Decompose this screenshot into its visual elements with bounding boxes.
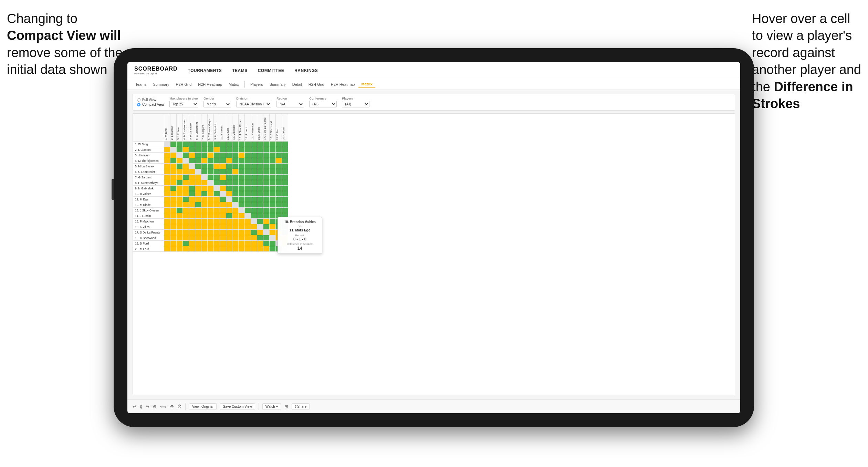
- matrix-cell[interactable]: [220, 246, 226, 252]
- matrix-cell[interactable]: [189, 224, 195, 230]
- matrix-cell[interactable]: [201, 246, 208, 252]
- matrix-cell[interactable]: [189, 186, 195, 191]
- matrix-cell[interactable]: [201, 180, 208, 186]
- matrix-cell[interactable]: [263, 169, 270, 175]
- matrix-cell[interactable]: [232, 164, 239, 169]
- matrix-cell[interactable]: [282, 180, 288, 186]
- matrix-cell[interactable]: [257, 169, 263, 175]
- matrix-cell[interactable]: [282, 202, 288, 208]
- matrix-cell[interactable]: [201, 147, 208, 153]
- matrix-cell[interactable]: [251, 191, 257, 197]
- matrix-cell[interactable]: [183, 202, 189, 208]
- matrix-cell[interactable]: [214, 230, 220, 235]
- matrix-cell[interactable]: [195, 246, 201, 252]
- matrix-cell[interactable]: [276, 191, 282, 197]
- matrix-cell[interactable]: [276, 180, 282, 186]
- subnav-teams[interactable]: Teams: [133, 81, 149, 88]
- matrix-cell[interactable]: [201, 175, 208, 180]
- matrix-cell[interactable]: [245, 180, 251, 186]
- matrix-cell[interactable]: [239, 153, 245, 158]
- matrix-cell[interactable]: [251, 246, 257, 252]
- matrix-cell[interactable]: [177, 169, 183, 175]
- matrix-cell[interactable]: [251, 158, 257, 164]
- matrix-cell[interactable]: [282, 169, 288, 175]
- matrix-cell[interactable]: [214, 158, 220, 164]
- matrix-cell[interactable]: [214, 208, 220, 213]
- nav-rankings[interactable]: RANKINGS: [294, 68, 318, 73]
- matrix-cell[interactable]: [189, 158, 195, 164]
- matrix-cell[interactable]: [208, 164, 214, 169]
- matrix-cell[interactable]: [245, 147, 251, 153]
- matrix-cell[interactable]: [189, 191, 195, 197]
- matrix-cell[interactable]: [208, 147, 214, 153]
- matrix-cell[interactable]: [251, 142, 257, 147]
- matrix-cell[interactable]: [189, 142, 195, 147]
- matrix-cell[interactable]: [170, 197, 177, 202]
- matrix-cell[interactable]: [208, 175, 214, 180]
- matrix-cell[interactable]: [251, 202, 257, 208]
- matrix-cell[interactable]: [276, 153, 282, 158]
- matrix-cell[interactable]: [270, 191, 276, 197]
- matrix-cell[interactable]: [208, 208, 214, 213]
- matrix-cell[interactable]: [226, 219, 232, 224]
- subnav-detail[interactable]: Detail: [290, 81, 305, 88]
- matrix-cell[interactable]: [263, 202, 270, 208]
- matrix-cell[interactable]: [208, 213, 214, 219]
- matrix-cell[interactable]: [257, 246, 263, 252]
- matrix-cell[interactable]: [183, 230, 189, 235]
- matrix-cell[interactable]: [226, 191, 232, 197]
- matrix-cell[interactable]: [270, 230, 276, 235]
- matrix-cell[interactable]: [245, 202, 251, 208]
- matrix-cell[interactable]: [257, 175, 263, 180]
- matrix-cell[interactable]: [220, 186, 226, 191]
- matrix-cell[interactable]: [232, 175, 239, 180]
- matrix-cell[interactable]: [232, 191, 239, 197]
- matrix-cell[interactable]: [263, 158, 270, 164]
- matrix-cell[interactable]: [208, 202, 214, 208]
- matrix-cell[interactable]: [276, 142, 282, 147]
- matrix-cell[interactable]: [245, 224, 251, 230]
- matrix-cell[interactable]: [201, 213, 208, 219]
- matrix-cell[interactable]: [220, 213, 226, 219]
- matrix-cell[interactable]: [232, 202, 239, 208]
- matrix-cell[interactable]: [257, 219, 263, 224]
- nav-committee[interactable]: COMMITTEE: [258, 68, 284, 73]
- save-custom-view-btn[interactable]: Save Custom View: [220, 403, 255, 410]
- matrix-cell[interactable]: [245, 235, 251, 241]
- matrix-cell[interactable]: [220, 224, 226, 230]
- matrix-cell[interactable]: [164, 147, 170, 153]
- matrix-cell[interactable]: [164, 246, 170, 252]
- matrix-cell[interactable]: [177, 213, 183, 219]
- matrix-cell[interactable]: [183, 246, 189, 252]
- matrix-cell[interactable]: [195, 175, 201, 180]
- matrix-cell[interactable]: [177, 142, 183, 147]
- matrix-cell[interactable]: [195, 191, 201, 197]
- matrix-cell[interactable]: [201, 158, 208, 164]
- region-select[interactable]: N/A: [276, 101, 304, 107]
- matrix-cell[interactable]: [201, 235, 208, 241]
- matrix-cell[interactable]: [177, 147, 183, 153]
- matrix-cell[interactable]: [164, 219, 170, 224]
- matrix-cell[interactable]: [257, 241, 263, 246]
- matrix-cell[interactable]: [164, 164, 170, 169]
- matrix-cell[interactable]: [245, 153, 251, 158]
- nav-tournaments[interactable]: TOURNAMENTS: [188, 68, 222, 73]
- matrix-cell[interactable]: [177, 208, 183, 213]
- matrix-cell[interactable]: [270, 153, 276, 158]
- matrix-cell[interactable]: [245, 246, 251, 252]
- matrix-cell[interactable]: [257, 235, 263, 241]
- matrix-cell[interactable]: [201, 197, 208, 202]
- matrix-cell[interactable]: [195, 241, 201, 246]
- matrix-cell[interactable]: [282, 175, 288, 180]
- matrix-cell[interactable]: [164, 153, 170, 158]
- matrix-cell[interactable]: [183, 191, 189, 197]
- matrix-cell[interactable]: [263, 191, 270, 197]
- matrix-cell[interactable]: [251, 241, 257, 246]
- matrix-cell[interactable]: [208, 191, 214, 197]
- subnav-matrix2[interactable]: Matrix: [358, 81, 375, 88]
- matrix-cell[interactable]: [183, 158, 189, 164]
- matrix-cell[interactable]: [251, 197, 257, 202]
- matrix-cell[interactable]: [214, 224, 220, 230]
- matrix-cell[interactable]: [189, 241, 195, 246]
- matrix-cell[interactable]: [214, 197, 220, 202]
